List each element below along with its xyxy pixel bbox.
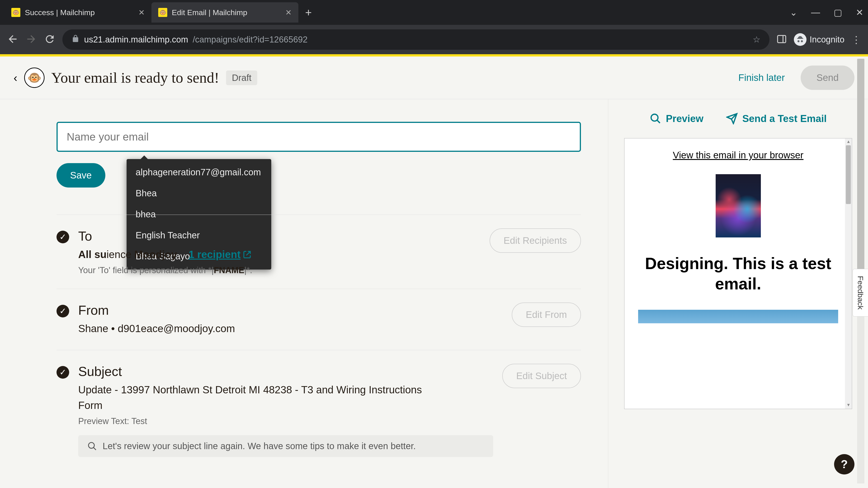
forward-button[interactable] <box>25 33 37 46</box>
section-from: ✓ From Shane • d901eace@moodjoy.com Edit… <box>57 289 581 350</box>
preview-button[interactable]: Preview <box>650 113 704 125</box>
back-button[interactable] <box>7 33 19 46</box>
section-title: To <box>78 228 480 243</box>
preview-heading: Designing. This is a test email. <box>638 253 838 294</box>
help-button[interactable]: ? <box>834 454 855 475</box>
left-panel: alphageneration77@gmail.com Bhea bhea En… <box>0 99 608 488</box>
status-badge: Draft <box>226 70 257 85</box>
preview-text-line: Preview Text: Test <box>78 416 493 426</box>
scroll-down-icon[interactable]: ▾ <box>845 402 852 409</box>
preview-hero-image <box>716 174 761 237</box>
svg-line-5 <box>657 120 660 123</box>
tab-edit-email[interactable]: 🐵 Edit Email | Mailchimp ✕ <box>151 2 298 23</box>
search-icon <box>87 441 97 451</box>
send-button[interactable]: Send <box>801 66 855 90</box>
recipients-label: 1 recipient <box>188 247 241 262</box>
save-button[interactable]: Save <box>57 163 105 188</box>
from-email: d901eace@moodjoy.com <box>118 323 235 334</box>
preview-content: View this email in your browser Designin… <box>625 138 852 335</box>
mailchimp-logo[interactable]: 🐵 <box>24 68 44 88</box>
panel-icon[interactable] <box>776 34 787 45</box>
right-panel: Preview Send a Test Email View this emai… <box>608 99 868 488</box>
preview-actions: Preview Send a Test Email <box>624 113 852 125</box>
sub-token: FNAME <box>214 265 244 275</box>
incognito-indicator[interactable]: Incognito <box>794 33 844 46</box>
subject-tip: Let's review your subject line again. We… <box>78 435 493 457</box>
to-line-prefix: All su <box>78 249 106 260</box>
preview-label: Preview <box>666 113 704 124</box>
tip-text: Let's review your subject line again. We… <box>103 441 416 451</box>
main-area: alphageneration77@gmail.com Bhea bhea En… <box>0 99 868 488</box>
autocomplete-item[interactable]: alphageneration77@gmail.com <box>127 162 271 183</box>
url-path: /campaigns/edit?id=12665692 <box>193 35 307 44</box>
new-tab-button[interactable]: + <box>305 6 312 19</box>
maximize-icon[interactable]: ▢ <box>834 7 842 18</box>
svg-point-2 <box>89 442 94 448</box>
to-audience: Moodjoy <box>134 249 177 260</box>
external-link-icon <box>243 250 251 259</box>
lock-icon <box>71 35 80 45</box>
browser-chrome: 🐵 Success | Mailchimp ✕ 🐵 Edit Email | M… <box>0 0 868 54</box>
tab-title: Edit Email | Mailchimp <box>172 8 281 17</box>
from-name: Shane <box>78 323 108 334</box>
email-name-input[interactable] <box>57 122 581 152</box>
svg-rect-0 <box>778 35 786 43</box>
back-chevron-icon[interactable]: ‹ <box>13 71 18 84</box>
svg-point-4 <box>651 114 658 121</box>
header-actions: Finish later Send <box>730 66 855 90</box>
finish-later-button[interactable]: Finish later <box>730 66 794 90</box>
view-in-browser-link[interactable]: View this email in your browser <box>638 150 838 161</box>
from-sep: • <box>108 323 118 334</box>
scroll-up-icon[interactable]: ▴ <box>845 138 852 145</box>
scroll-thumb[interactable] <box>846 145 851 204</box>
autocomplete-item[interactable]: Bhea <box>127 183 271 204</box>
incognito-label: Incognito <box>810 35 844 44</box>
preview-secondary-image <box>638 310 838 323</box>
search-icon <box>650 113 661 125</box>
feedback-tab[interactable]: Feedback <box>852 269 868 317</box>
chevron-down-icon[interactable]: ⌄ <box>790 7 798 18</box>
send-test-button[interactable]: Send a Test Email <box>726 113 827 125</box>
edit-subject-button[interactable]: Edit Subject <box>502 364 581 388</box>
url-field[interactable]: us21.admin.mailchimp.com/campaigns/edit?… <box>62 29 770 50</box>
window-controls: ⌄ — ▢ ✕ <box>790 7 864 18</box>
edit-from-button[interactable]: Edit From <box>512 302 581 327</box>
close-window-icon[interactable]: ✕ <box>856 7 864 18</box>
incognito-icon <box>794 33 807 46</box>
recipients-link[interactable]: 1 recipient <box>188 247 251 262</box>
minimize-icon[interactable]: — <box>811 7 820 18</box>
reload-button[interactable] <box>44 33 56 46</box>
send-icon <box>726 113 738 125</box>
section-sub: Your 'To' field is personalized with *|F… <box>78 265 480 275</box>
mailchimp-favicon: 🐵 <box>11 8 20 17</box>
check-icon: ✓ <box>57 231 69 243</box>
scroll-track[interactable] <box>845 204 852 402</box>
page-title: Your email is ready to send! <box>51 69 219 86</box>
address-bar: us21.admin.mailchimp.com/campaigns/edit?… <box>0 25 868 54</box>
loading-bar <box>0 54 868 57</box>
mailchimp-favicon: 🐵 <box>158 8 167 17</box>
sub-suffix: |*. <box>244 265 252 275</box>
to-line-mid: ience <box>106 249 134 260</box>
section-to: ✓ To All suience Moodjoy. 1 recipient Yo… <box>57 215 581 289</box>
tab-bar: 🐵 Success | Mailchimp ✕ 🐵 Edit Email | M… <box>0 0 868 25</box>
section-subject: ✓ Subject Update - 13997 Northlawn St De… <box>57 350 581 470</box>
sub-prefix: Your 'To' field is personalized with *| <box>78 265 214 275</box>
close-icon[interactable]: ✕ <box>285 8 291 17</box>
send-test-label: Send a Test Email <box>742 113 827 124</box>
subject-text: Update - 13997 Northlawn St Detroit MI 4… <box>78 382 431 413</box>
bookmark-icon[interactable]: ☆ <box>753 35 761 44</box>
close-icon[interactable]: ✕ <box>138 8 145 17</box>
preview-scrollbar[interactable]: ▴ ▾ <box>845 138 852 409</box>
check-icon: ✓ <box>57 305 69 318</box>
kebab-menu-icon[interactable]: ⋮ <box>851 34 861 45</box>
section-line: All suience Moodjoy. 1 recipient <box>78 247 480 262</box>
section-line: Shane • d901eace@moodjoy.com <box>78 321 503 336</box>
email-preview-frame: View this email in your browser Designin… <box>624 138 852 409</box>
edit-recipients-button[interactable]: Edit Recipients <box>490 228 581 253</box>
tab-success[interactable]: 🐵 Success | Mailchimp ✕ <box>4 2 151 23</box>
app-header: ‹ 🐵 Your email is ready to send! Draft F… <box>0 57 868 99</box>
name-input-wrap: alphageneration77@gmail.com Bhea bhea En… <box>57 122 581 152</box>
preview-label: Preview Text: <box>78 416 131 426</box>
svg-line-3 <box>94 447 96 450</box>
